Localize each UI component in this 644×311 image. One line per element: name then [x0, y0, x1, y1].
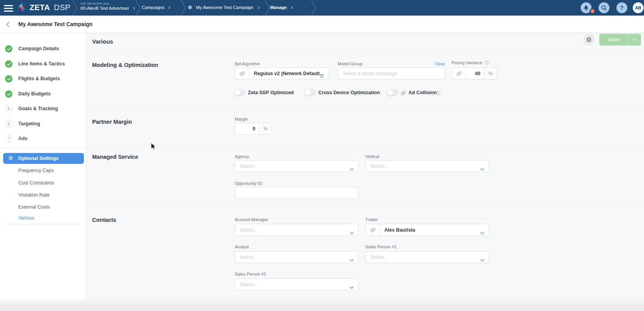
vertical-select[interactable]: Select...: [365, 160, 489, 172]
sidebar-item-label: Targeting: [18, 120, 40, 128]
analyst-select[interactable]: Select...: [235, 251, 358, 263]
breadcrumb-manage[interactable]: Manage: [270, 5, 292, 10]
chevron-down-icon: [350, 283, 354, 290]
settings-gear-button[interactable]: ⚙: [583, 34, 595, 46]
brand-wordmark: ZETADSP: [30, 3, 70, 12]
agency-placeholder: Select...: [235, 163, 257, 169]
sidebar-item-label: Flights & Budgets: [18, 75, 60, 83]
margin-label: Margin: [235, 117, 248, 121]
menu-icon[interactable]: [4, 5, 13, 12]
account-manager-label: Account Manager: [235, 217, 268, 222]
notification-badge: 2: [590, 8, 595, 14]
ad-collision-toggle[interactable]: [387, 89, 398, 96]
trader-value: Alex Bautista: [380, 227, 415, 233]
search-button[interactable]: [599, 2, 609, 13]
user-avatar[interactable]: AB: [633, 2, 644, 13]
save-button[interactable]: Save: [599, 34, 628, 46]
sidebar-item-label: Goals & Tracking: [18, 105, 58, 112]
sidebar-item-visitation-rate[interactable]: Visitation Rate: [18, 192, 49, 198]
help-button[interactable]: ?: [616, 2, 627, 13]
sidebar-item-ads[interactable]: 7 Ads: [0, 135, 86, 142]
save-dropdown-button[interactable]: [628, 34, 641, 46]
model-group-clear-link[interactable]: Clear: [426, 61, 445, 66]
sidebar-item-line-items[interactable]: Line Items & Tactics: [0, 60, 86, 68]
model-group-input[interactable]: Select a model campaign: [338, 67, 445, 79]
chevron-right-icon: [132, 7, 135, 9]
margin-input[interactable]: 0 %: [235, 123, 272, 135]
model-group-label: Model Group: [338, 61, 363, 66]
vertical-placeholder: Select...: [366, 163, 388, 169]
sales-person-1-placeholder: Select...: [366, 255, 388, 260]
sidebar-item-campaign-details[interactable]: Campaign Details: [0, 45, 86, 53]
sidebar-item-goals-tracking[interactable]: 5 Goals & Tracking: [0, 105, 86, 112]
section-title-various: Various: [92, 38, 113, 45]
back-button[interactable]: [6, 21, 10, 28]
step-number-badge: 5: [5, 105, 12, 112]
avatar-initials: AB: [635, 5, 641, 10]
margin-value: 0: [235, 126, 259, 132]
link-icon: [366, 224, 380, 235]
breadcrumb-campaign[interactable]: My Awesome Test Campaign: [188, 5, 259, 10]
save-split-button[interactable]: Save: [599, 34, 641, 46]
opportunity-id-input[interactable]: [235, 187, 358, 199]
sidebar-item-targeting[interactable]: 6 Targeting: [0, 120, 86, 128]
bid-algorithm-value: Regulus v2 (Network Default...: [249, 71, 324, 76]
analyst-label: Analyst: [235, 244, 249, 249]
bid-algorithm-select[interactable]: Regulus v2 (Network Default...: [235, 67, 328, 79]
account-manager-select[interactable]: Select...: [235, 224, 358, 236]
toggle-knob: [305, 90, 311, 96]
breadcrumb-campaign-label: My Awesome Test Campaign: [196, 5, 253, 10]
breadcrumb-manage-label: Manage: [270, 5, 287, 10]
sales-person-2-select[interactable]: Select...: [235, 278, 358, 290]
link-icon: [235, 68, 249, 79]
chevron-down-icon: [480, 256, 484, 263]
breadcrumb-separator-icon: [181, 0, 186, 16]
breadcrumb-campaigns[interactable]: Campaigns: [142, 5, 170, 10]
bottom-edge-strip: [0, 300, 644, 311]
chevron-down-icon: [350, 256, 354, 263]
sidebar-item-flights-budgets[interactable]: Flights & Budgets: [0, 75, 86, 83]
sidebar-item-label: Optional Settings: [18, 153, 58, 164]
trader-select[interactable]: Alex Bautista: [365, 224, 489, 236]
sidebar-active-underline: [5, 224, 84, 224]
mouse-cursor: [151, 142, 157, 151]
pacing-variance-label: Pacing Variance: [452, 60, 482, 65]
sales-person-1-label: Sales Person #1: [365, 244, 397, 249]
zeta-ssp-optimized-toggle[interactable]: [234, 89, 246, 96]
info-icon: [485, 60, 489, 65]
section-title-modeling: Modeling & Optimization: [92, 62, 158, 68]
check-icon: [5, 45, 12, 53]
bell-icon: [583, 5, 589, 11]
sidebar-item-label: Daily Budgets: [18, 90, 51, 98]
breadcrumb: DSP NETWORK (NA) 00-AlexB Test Advertise…: [80, 2, 134, 11]
breadcrumb-campaigns-label: Campaigns: [142, 5, 164, 10]
sidebar-item-external-costs[interactable]: External Costs: [18, 204, 50, 210]
sales-person-1-select[interactable]: Select...: [365, 251, 489, 263]
status-dot-icon: [188, 5, 192, 9]
sidebar-item-optional-settings[interactable]: ⚙ Optional Settings: [3, 153, 84, 164]
chevron-down-icon: [633, 39, 637, 41]
pacing-variance-input[interactable]: 40 %: [452, 67, 497, 79]
section-title-contacts: Contacts: [92, 217, 116, 223]
page-header: My Awesome Test Campaign ⚙ Save: [0, 16, 644, 33]
sidebar-item-frequency-caps[interactable]: Frequency Caps: [18, 167, 54, 174]
agency-select[interactable]: Select...: [235, 160, 358, 172]
breadcrumb-advertiser[interactable]: 00-AlexB Test Advertiser: [80, 6, 134, 11]
section-divider: [86, 207, 644, 208]
top-nav-bar: ZETADSP DSP NETWORK (NA) 00-AlexB Test A…: [0, 0, 644, 16]
chevron-down-icon: [320, 72, 324, 79]
breadcrumb-separator-icon: [72, 0, 78, 16]
pacing-variance-label-row: Pacing Variance: [452, 60, 489, 65]
agency-label: Agency: [235, 154, 249, 159]
sidebar-item-various[interactable]: Various: [18, 215, 34, 221]
cross-device-optimization-toggle[interactable]: [304, 89, 316, 96]
pacing-variance-unit: %: [484, 68, 497, 79]
link-icon: [452, 68, 466, 79]
sidebar-item-cost-constraints[interactable]: Cost Constraints: [18, 180, 54, 186]
trader-label: Trader: [365, 217, 378, 222]
breadcrumb-separator-icon: [136, 0, 141, 16]
link-icon: [400, 90, 407, 96]
check-icon: [5, 90, 12, 98]
sidebar-item-daily-budgets[interactable]: Daily Budgets: [0, 90, 86, 98]
chevron-down-icon: [350, 229, 354, 236]
